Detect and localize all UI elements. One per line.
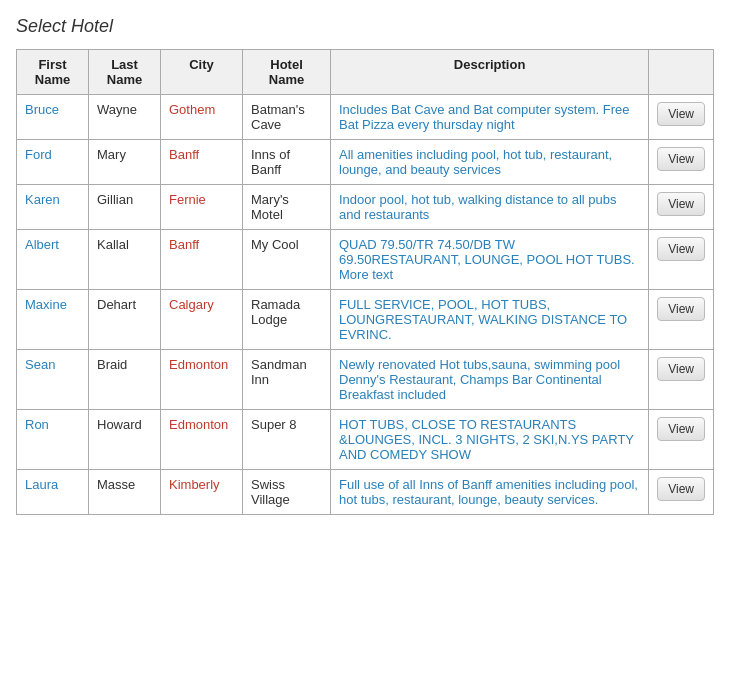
cell-description: Includes Bat Cave and Bat computer syste… [331,95,649,140]
table-row: SeanBraidEdmontonSandman InnNewly renova… [17,350,714,410]
cell-hotel-name: Batman's Cave [243,95,331,140]
cell-first-name: Bruce [17,95,89,140]
cell-last-name: Masse [89,470,161,515]
cell-action: View [649,95,714,140]
hotel-table: FirstName LastName City HotelName Descri… [16,49,714,515]
cell-city: Kimberly [161,470,243,515]
col-header-action [649,50,714,95]
table-row: BruceWayneGothemBatman's CaveIncludes Ba… [17,95,714,140]
cell-city: Banff [161,140,243,185]
cell-first-name: Ron [17,410,89,470]
cell-description: Newly renovated Hot tubs,sauna, swimming… [331,350,649,410]
cell-city: Edmonton [161,410,243,470]
cell-last-name: Braid [89,350,161,410]
cell-action: View [649,290,714,350]
view-button[interactable]: View [657,477,705,501]
cell-description: Full use of all Inns of Banff amenities … [331,470,649,515]
col-header-city: City [161,50,243,95]
cell-last-name: Mary [89,140,161,185]
cell-hotel-name: Super 8 [243,410,331,470]
cell-description: Indoor pool, hot tub, walking distance t… [331,185,649,230]
table-row: LauraMasseKimberlySwiss VillageFull use … [17,470,714,515]
table-row: MaxineDehartCalgaryRamada LodgeFULL SERV… [17,290,714,350]
cell-hotel-name: My Cool [243,230,331,290]
cell-action: View [649,230,714,290]
cell-description: All amenities including pool, hot tub, r… [331,140,649,185]
view-button[interactable]: View [657,237,705,261]
cell-city: Edmonton [161,350,243,410]
view-button[interactable]: View [657,297,705,321]
cell-last-name: Kallal [89,230,161,290]
cell-last-name: Dehart [89,290,161,350]
cell-last-name: Wayne [89,95,161,140]
table-header-row: FirstName LastName City HotelName Descri… [17,50,714,95]
table-row: KarenGillianFernieMary's MotelIndoor poo… [17,185,714,230]
cell-first-name: Sean [17,350,89,410]
cell-hotel-name: Sandman Inn [243,350,331,410]
cell-first-name: Albert [17,230,89,290]
cell-description: HOT TUBS, CLOSE TO RESTAURANTS &LOUNGES,… [331,410,649,470]
cell-first-name: Ford [17,140,89,185]
col-header-first: FirstName [17,50,89,95]
cell-action: View [649,185,714,230]
cell-description: QUAD 79.50/TR 74.50/DB TW 69.50RESTAURAN… [331,230,649,290]
cell-action: View [649,410,714,470]
cell-first-name: Maxine [17,290,89,350]
cell-hotel-name: Inns of Banff [243,140,331,185]
table-row: RonHowardEdmontonSuper 8HOT TUBS, CLOSE … [17,410,714,470]
view-button[interactable]: View [657,192,705,216]
cell-description: FULL SERVICE, POOL, HOT TUBS, LOUNGRESTA… [331,290,649,350]
cell-first-name: Laura [17,470,89,515]
view-button[interactable]: View [657,417,705,441]
col-header-desc: Description [331,50,649,95]
page-title: Select Hotel [16,16,714,37]
view-button[interactable]: View [657,357,705,381]
cell-city: Gothem [161,95,243,140]
col-header-last: LastName [89,50,161,95]
col-header-hotel: HotelName [243,50,331,95]
cell-action: View [649,470,714,515]
cell-first-name: Karen [17,185,89,230]
cell-last-name: Howard [89,410,161,470]
view-button[interactable]: View [657,102,705,126]
cell-city: Calgary [161,290,243,350]
cell-city: Banff [161,230,243,290]
cell-city: Fernie [161,185,243,230]
cell-hotel-name: Mary's Motel [243,185,331,230]
cell-hotel-name: Swiss Village [243,470,331,515]
table-row: FordMaryBanffInns of BanffAll amenities … [17,140,714,185]
view-button[interactable]: View [657,147,705,171]
table-row: AlbertKallalBanffMy CoolQUAD 79.50/TR 74… [17,230,714,290]
cell-hotel-name: Ramada Lodge [243,290,331,350]
cell-action: View [649,350,714,410]
cell-last-name: Gillian [89,185,161,230]
cell-action: View [649,140,714,185]
